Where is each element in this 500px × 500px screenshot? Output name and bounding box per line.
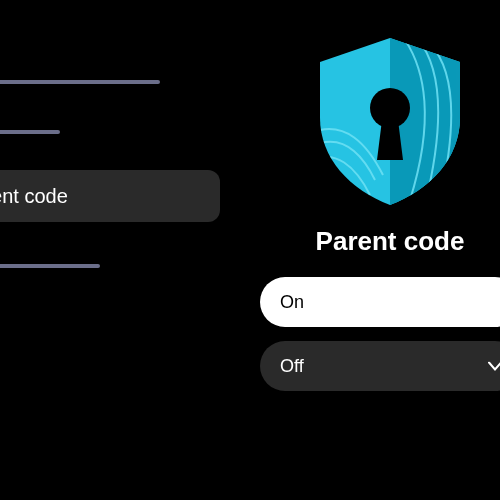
chevron-down-icon [488,356,500,377]
menu-item-placeholder[interactable] [0,80,160,84]
menu-item-label: Parent code [0,185,68,208]
settings-menu: Parent code [0,80,210,268]
menu-item-placeholder[interactable] [0,130,60,134]
option-on[interactable]: On [260,277,500,327]
menu-item-placeholder[interactable] [0,264,100,268]
option-on-label: On [280,292,304,313]
menu-item-parent-code[interactable]: Parent code [0,170,220,222]
option-off-label: Off [280,356,304,377]
parent-code-panel: Parent code On Off [260,30,500,405]
option-off[interactable]: Off [260,341,500,391]
shield-lock-icon [305,30,475,210]
panel-title: Parent code [260,226,500,257]
